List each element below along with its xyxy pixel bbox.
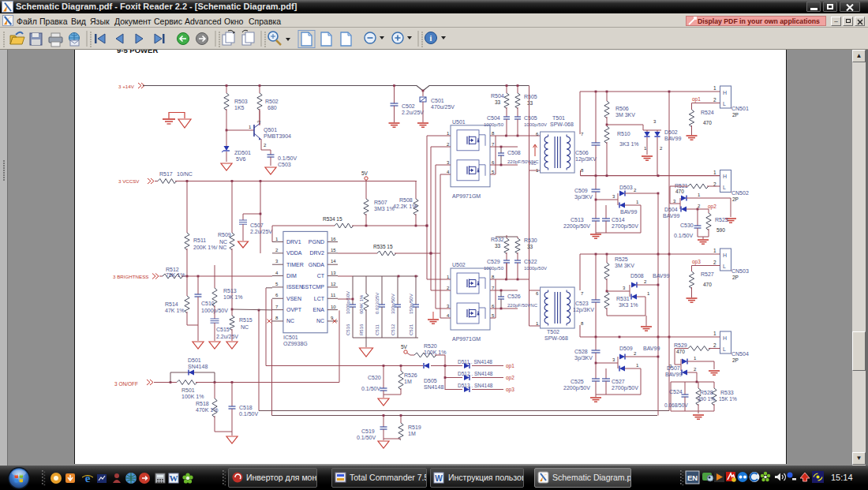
svg-text:3 VCCSV: 3 VCCSV (118, 178, 140, 184)
svg-text:7: 7 (492, 286, 495, 290)
svg-text:8: 8 (581, 321, 584, 326)
svg-text:470: 470 (703, 282, 712, 287)
svg-text:3: 3 (623, 286, 626, 290)
svg-text:BAV99: BAV99 (665, 372, 682, 377)
svg-text:R514: R514 (165, 301, 178, 307)
svg-text:220pF/50VNC: 220pF/50VNC (507, 303, 538, 308)
svg-text:2: 2 (447, 286, 450, 290)
svg-text:U501: U501 (452, 119, 466, 125)
svg-text:R527: R527 (701, 271, 714, 277)
svg-text:2P: 2P (732, 112, 739, 118)
svg-text:BAV99: BAV99 (620, 209, 637, 215)
svg-text:100K 1%: 100K 1% (181, 394, 204, 399)
svg-text:8: 8 (581, 168, 584, 173)
svg-text:NC: NC (286, 318, 294, 324)
svg-text:33: 33 (495, 99, 501, 105)
svg-text:R529: R529 (674, 342, 687, 348)
svg-text:R528: R528 (700, 390, 713, 395)
svg-text:5V: 5V (361, 170, 369, 176)
svg-text:0.1/50V: 0.1/50V (361, 386, 380, 391)
svg-text:3p/3KV: 3p/3KV (574, 355, 593, 361)
svg-text:1: 1 (698, 193, 701, 197)
svg-text:R530: R530 (524, 238, 537, 243)
svg-text:1: 1 (713, 170, 716, 175)
svg-text:D513 . SN4148: D513 . SN4148 (458, 383, 493, 388)
svg-text:3 BRIGHTNESS: 3 BRIGHTNESS (113, 274, 148, 279)
svg-text:604K 1%: 604K 1% (359, 294, 364, 314)
svg-text:2.2u/25V: 2.2u/25V (216, 334, 238, 339)
svg-text:R535 15: R535 15 (373, 244, 393, 249)
svg-text:L: L (723, 346, 726, 352)
svg-text:2: 2 (634, 188, 637, 193)
svg-text:C527: C527 (612, 379, 625, 384)
svg-text:op2: op2 (506, 375, 514, 381)
svg-text:11: 11 (331, 293, 336, 297)
svg-text:75K 1%: 75K 1% (166, 272, 185, 278)
svg-text:Q501: Q501 (264, 127, 277, 133)
svg-text:C515: C515 (216, 327, 230, 332)
svg-text:DRV1: DRV1 (286, 239, 301, 245)
svg-text:NC: NC (219, 239, 227, 245)
svg-text:3 ON/OFF: 3 ON/OFF (114, 381, 138, 387)
svg-text:C520: C520 (368, 375, 381, 380)
svg-text:12p/3KV: 12p/3KV (573, 307, 594, 313)
svg-text:R519: R519 (408, 425, 421, 430)
svg-text:3: 3 (447, 304, 450, 309)
svg-text:10/NC: 10/NC (177, 171, 193, 177)
svg-text:6: 6 (492, 304, 495, 309)
svg-text:4: 4 (447, 313, 450, 318)
svg-text:D502: D502 (664, 129, 678, 135)
svg-text:H: H (723, 90, 727, 95)
svg-text:SN4148: SN4148 (424, 384, 443, 390)
svg-text:R505: R505 (524, 94, 537, 99)
svg-text:2: 2 (694, 367, 697, 372)
svg-text:NC: NC (529, 161, 537, 166)
svg-text:47K 1%: 47K 1% (165, 308, 185, 313)
svg-text:7: 7 (275, 305, 279, 309)
svg-text:SPW-068: SPW-068 (550, 122, 574, 127)
svg-text:NC: NC (241, 324, 249, 330)
svg-text:5: 5 (492, 313, 495, 318)
svg-text:PGND: PGND (309, 239, 324, 245)
svg-text:470: 470 (703, 120, 712, 125)
svg-text:2: 2 (698, 204, 701, 208)
svg-text:0.1/50V: 0.1/50V (239, 411, 258, 417)
svg-text:1000p/50: 1000p/50 (484, 122, 504, 127)
svg-text:3K3 1%: 3K3 1% (619, 302, 638, 308)
svg-text:0.068/50V: 0.068/50V (664, 402, 688, 408)
svg-text:DRV2: DRV2 (309, 250, 324, 256)
svg-text:C519: C519 (361, 428, 375, 434)
svg-text:D509: D509 (619, 346, 633, 351)
svg-text:OZ9938G: OZ9938G (283, 341, 308, 346)
svg-text:C511: C511 (375, 324, 380, 335)
svg-text:1: 1 (694, 356, 697, 361)
svg-text:D503: D503 (619, 185, 633, 190)
svg-text:SPW-068: SPW-068 (544, 335, 568, 341)
svg-text:15: 15 (331, 248, 336, 252)
svg-text:2P: 2P (732, 357, 739, 363)
svg-text:D504: D504 (664, 207, 678, 212)
svg-text:0.1/50V: 0.1/50V (357, 435, 376, 440)
svg-text:R515: R515 (239, 317, 253, 323)
svg-text:AP9971GM: AP9971GM (452, 193, 481, 199)
svg-text:R504: R504 (491, 93, 504, 99)
svg-text:op1: op1 (692, 96, 701, 103)
svg-text:R526: R526 (404, 372, 417, 378)
svg-text:R511: R511 (193, 238, 206, 243)
svg-text:C507: C507 (250, 223, 264, 228)
svg-text:1M: 1M (408, 431, 416, 436)
svg-text:R517: R517 (159, 171, 173, 177)
svg-text:3: 3 (612, 357, 615, 362)
svg-text:3: 3 (612, 194, 615, 199)
svg-text:3M3 1%: 3M3 1% (374, 206, 395, 211)
svg-text:D507: D507 (667, 365, 680, 371)
svg-text:1: 1 (249, 125, 252, 129)
svg-text:C514: C514 (612, 217, 625, 223)
svg-text:C522: C522 (524, 259, 537, 264)
svg-text:CN502: CN502 (731, 190, 749, 196)
svg-text:2P: 2P (732, 196, 739, 202)
svg-text:330p/50V: 330p/50V (391, 294, 395, 314)
svg-text:5V6: 5V6 (236, 156, 246, 162)
svg-text:CN503: CN503 (731, 268, 749, 274)
svg-text:3p/3KV: 3p/3KV (574, 194, 593, 200)
